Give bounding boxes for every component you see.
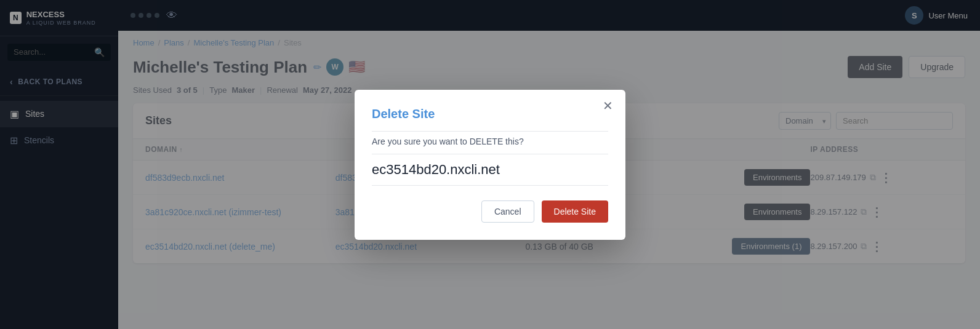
modal-close-button[interactable]: ✕ — [603, 100, 613, 112]
modal-divider-top — [372, 131, 608, 132]
cancel-button[interactable]: Cancel — [481, 200, 534, 223]
modal-title: Delete Site — [372, 107, 608, 121]
modal-question: Are you sure you want to DELETE this? — [372, 137, 608, 146]
delete-site-modal: Delete Site ✕ Are you sure you want to D… — [355, 90, 625, 240]
modal-divider-bot — [372, 185, 608, 186]
modal-domain: ec3514bd20.nxcli.net — [372, 162, 608, 178]
delete-site-button[interactable]: Delete Site — [542, 200, 608, 223]
modal-overlay: Delete Site ✕ Are you sure you want to D… — [0, 0, 980, 329]
modal-actions: Cancel Delete Site — [372, 200, 608, 223]
modal-divider-mid — [372, 154, 608, 154]
